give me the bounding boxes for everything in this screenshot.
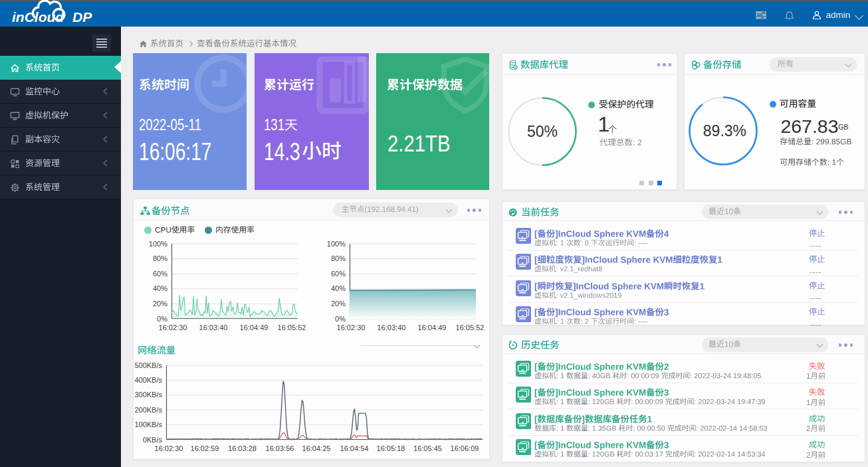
svg-text:inCloud: inCloud: [12, 9, 64, 25]
svg-text:DP: DP: [72, 9, 92, 25]
